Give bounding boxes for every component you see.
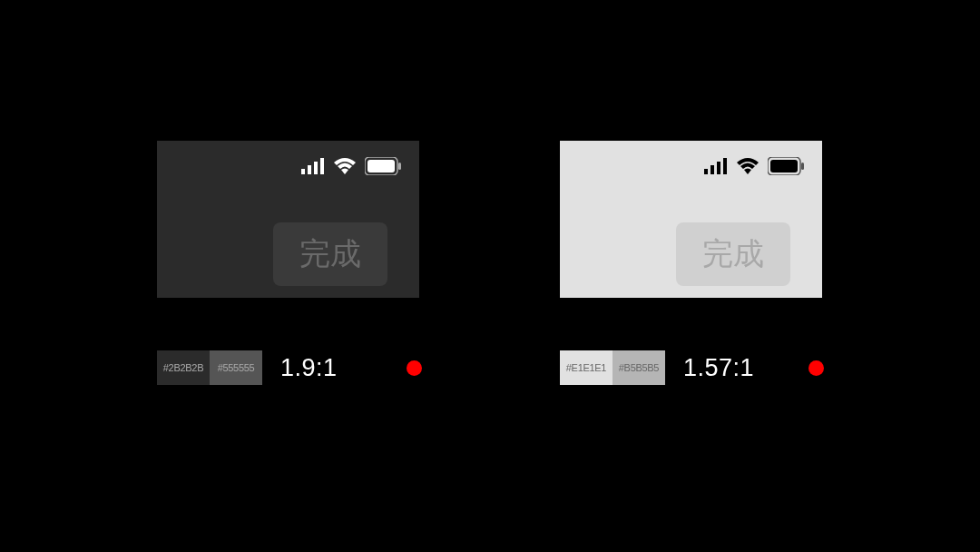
- swatch-hex-label: #2B2B2B: [163, 362, 203, 373]
- status-bar: [301, 157, 401, 179]
- swatch-hex-label: #B5B5B5: [619, 362, 659, 373]
- svg-rect-5: [368, 160, 395, 172]
- contrast-ratio-value: 1.57:1: [683, 354, 754, 382]
- svg-rect-1: [308, 165, 311, 174]
- svg-rect-9: [717, 162, 720, 174]
- color-swatch-pair: #E1E1E1 #B5B5B5: [560, 350, 665, 385]
- svg-rect-6: [398, 163, 401, 170]
- done-button-dark[interactable]: 完成: [273, 222, 387, 286]
- svg-rect-2: [314, 162, 318, 174]
- svg-rect-3: [320, 158, 324, 174]
- wifi-icon: [737, 158, 759, 178]
- color-swatch-2: #555555: [210, 350, 262, 385]
- color-swatch-pair: #2B2B2B #555555: [157, 350, 262, 385]
- svg-rect-13: [801, 163, 804, 170]
- swatch-hex-label: #555555: [218, 362, 255, 373]
- svg-rect-0: [301, 169, 305, 174]
- signal-icon: [301, 158, 325, 178]
- light-contrast-legend: #E1E1E1 #B5B5B5 1.57:1: [560, 350, 827, 385]
- battery-icon: [768, 157, 804, 179]
- done-button-light[interactable]: 完成: [676, 222, 790, 286]
- color-swatch-1: #2B2B2B: [157, 350, 210, 385]
- done-button-label: 完成: [299, 233, 361, 275]
- color-swatch-2: #B5B5B5: [612, 350, 665, 385]
- dark-mode-panel: 完成: [157, 141, 419, 298]
- swatch-hex-label: #E1E1E1: [566, 362, 606, 373]
- done-button-label: 完成: [702, 233, 764, 275]
- fail-indicator-dot: [407, 360, 422, 376]
- color-swatch-1: #E1E1E1: [560, 350, 612, 385]
- light-mode-panel: 完成: [560, 141, 822, 298]
- wifi-icon: [334, 158, 356, 178]
- contrast-ratio-value: 1.9:1: [280, 354, 338, 382]
- svg-rect-8: [710, 165, 714, 174]
- svg-rect-12: [770, 160, 798, 172]
- status-bar: [704, 157, 804, 179]
- fail-indicator-dot: [808, 360, 824, 376]
- dark-contrast-legend: #2B2B2B #555555 1.9:1: [157, 350, 424, 385]
- svg-rect-10: [723, 158, 727, 174]
- battery-icon: [365, 157, 401, 179]
- signal-icon: [704, 158, 728, 178]
- svg-rect-7: [704, 169, 708, 174]
